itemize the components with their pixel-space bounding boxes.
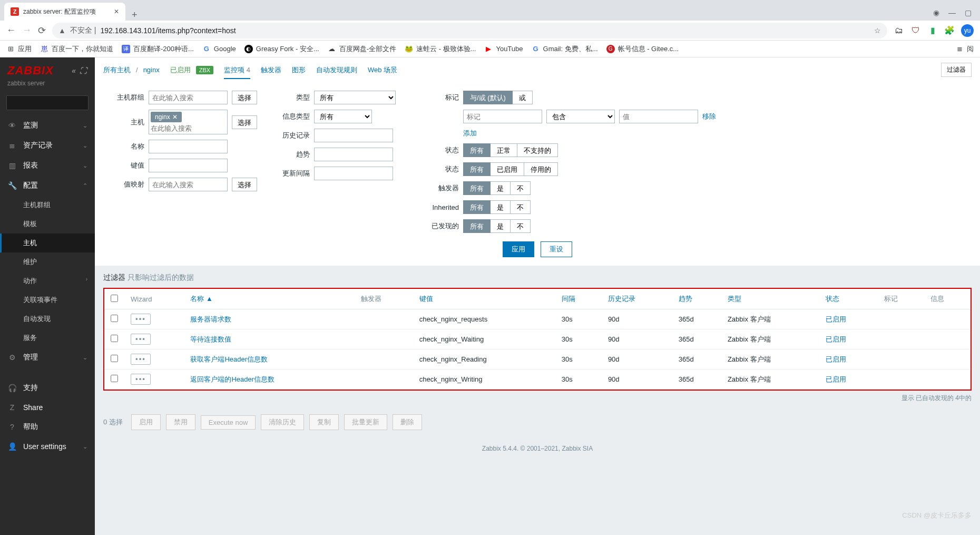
sidebar-subitem-services[interactable]: 服务 bbox=[0, 328, 95, 347]
back-button[interactable]: ← bbox=[6, 25, 16, 36]
state-normal-button[interactable]: 正常 bbox=[491, 143, 517, 157]
col-trends[interactable]: 趋势 bbox=[679, 295, 692, 303]
tag-add-link[interactable]: 添加 bbox=[463, 129, 477, 138]
item-name-link[interactable]: 等待连接数值 bbox=[190, 335, 231, 343]
browser-tab[interactable]: Z zabbix server: 配置监控项 ✕ bbox=[4, 3, 125, 21]
tag-name-input[interactable] bbox=[463, 110, 542, 123]
sidebar-item-help[interactable]: ?帮助 bbox=[0, 417, 95, 437]
item-name-link[interactable]: 获取客户端Header信息数 bbox=[190, 355, 268, 363]
remove-chip-icon[interactable]: ✕ bbox=[172, 113, 178, 121]
apps-button[interactable]: ⊞应用 bbox=[6, 44, 32, 54]
sidebar-item-share[interactable]: ZShare bbox=[0, 398, 95, 417]
tab-web[interactable]: Web 场景 bbox=[368, 65, 397, 75]
close-icon[interactable]: ✕ bbox=[114, 8, 119, 15]
discovered-all-button[interactable]: 所有 bbox=[463, 219, 491, 233]
hostgroup-input[interactable] bbox=[149, 91, 228, 104]
sidebar-subitem-maintenance[interactable]: 维护 bbox=[0, 252, 95, 271]
discovered-yes-button[interactable]: 是 bbox=[491, 219, 511, 233]
tab-graphs[interactable]: 图形 bbox=[292, 65, 306, 75]
sidebar-item-reports[interactable]: ▥报表⌄ bbox=[0, 155, 95, 176]
hostgroup-select-button[interactable]: 选择 bbox=[232, 91, 257, 104]
bookmark-fanyi[interactable]: 译百度翻译-200种语... bbox=[122, 44, 194, 54]
extension-icon-2[interactable]: 🛡 bbox=[910, 25, 921, 36]
col-status[interactable]: 状态 bbox=[826, 295, 839, 303]
key-input[interactable] bbox=[149, 159, 228, 172]
extensions-icon[interactable]: 🧩 bbox=[944, 25, 955, 36]
bookmark-greasy[interactable]: ◐Greasy Fork - 安全... bbox=[244, 44, 319, 54]
row-checkbox[interactable] bbox=[111, 355, 118, 362]
maximize-icon[interactable]: ▢ bbox=[964, 9, 972, 16]
status-link[interactable]: 已启用 bbox=[826, 315, 846, 323]
breadcrumb-all-hosts[interactable]: 所有主机 bbox=[103, 65, 131, 75]
row-checkbox[interactable] bbox=[111, 375, 118, 382]
sidebar-item-user-settings[interactable]: 👤User settings⌄ bbox=[0, 437, 95, 456]
bookmark-wangpan[interactable]: ☁百度网盘-全部文件 bbox=[328, 44, 396, 54]
bookmark-google[interactable]: GGoogle bbox=[202, 45, 236, 53]
bulk-execute-button[interactable]: Execute now bbox=[201, 415, 256, 430]
type-select[interactable]: 所有 bbox=[314, 91, 396, 104]
history-input[interactable] bbox=[314, 129, 393, 142]
status-all-button[interactable]: 所有 bbox=[463, 162, 491, 176]
tab-triggers[interactable]: 触发器 bbox=[261, 65, 281, 75]
extension-icon-1[interactable]: 🗂 bbox=[894, 25, 904, 36]
forward-button[interactable]: → bbox=[22, 25, 32, 36]
host-chip[interactable]: nginx ✕ bbox=[151, 112, 182, 122]
sidebar-item-support[interactable]: 🎧支持 bbox=[0, 378, 95, 398]
triggers-yes-button[interactable]: 是 bbox=[491, 181, 511, 195]
search-input[interactable] bbox=[11, 99, 100, 107]
infotype-select[interactable]: 所有 bbox=[314, 110, 372, 123]
wizard-button[interactable]: ••• bbox=[131, 374, 151, 385]
tag-andor-button[interactable]: 与/或 (默认) bbox=[463, 91, 513, 104]
col-type[interactable]: 类型 bbox=[728, 295, 741, 303]
sidebar-item-administration[interactable]: ⚙管理⌄ bbox=[0, 347, 95, 367]
trends-input[interactable] bbox=[314, 148, 393, 161]
tag-value-input[interactable] bbox=[619, 110, 698, 123]
minimize-icon[interactable]: — bbox=[948, 9, 956, 16]
apply-button[interactable]: 应用 bbox=[503, 241, 534, 257]
bulk-copy-button[interactable]: 复制 bbox=[309, 414, 339, 430]
row-checkbox[interactable] bbox=[111, 335, 118, 342]
col-name[interactable]: 名称 ▲ bbox=[190, 295, 213, 303]
expand-icon[interactable]: ⛶ bbox=[80, 66, 87, 75]
inherited-no-button[interactable]: 不 bbox=[511, 200, 531, 214]
col-history[interactable]: 历史记录 bbox=[608, 295, 635, 303]
star-icon[interactable]: ☆ bbox=[874, 26, 881, 35]
bookmark-youtube[interactable]: ▶YouTube bbox=[484, 45, 523, 53]
sidebar-item-inventory[interactable]: ≣资产记录⌄ bbox=[0, 135, 95, 155]
wizard-button[interactable]: ••• bbox=[131, 354, 151, 365]
tag-op-select[interactable]: 包含 bbox=[546, 110, 615, 123]
triggers-no-button[interactable]: 不 bbox=[511, 181, 531, 195]
bulk-clear-history-button[interactable]: 清除历史 bbox=[261, 414, 304, 430]
tab-items[interactable]: 监控项 4 bbox=[224, 66, 250, 79]
status-disabled-button[interactable]: 停用的 bbox=[524, 162, 558, 176]
sidebar-subitem-hostgroups[interactable]: 主机群组 bbox=[0, 196, 95, 215]
triggers-all-button[interactable]: 所有 bbox=[463, 181, 491, 195]
row-checkbox[interactable] bbox=[111, 315, 118, 322]
filter-toggle-button[interactable]: 过滤器 bbox=[941, 63, 972, 77]
discovered-no-button[interactable]: 不 bbox=[511, 219, 531, 233]
status-enabled-button[interactable]: 已启用 bbox=[491, 162, 524, 176]
sidebar-item-monitoring[interactable]: 👁监测⌄ bbox=[0, 115, 95, 135]
bulk-enable-button[interactable]: 启用 bbox=[131, 414, 161, 430]
host-input[interactable] bbox=[151, 124, 226, 132]
status-link[interactable]: 已启用 bbox=[826, 355, 846, 363]
valuemap-select-button[interactable]: 选择 bbox=[232, 178, 257, 191]
bulk-delete-button[interactable]: 删除 bbox=[393, 414, 422, 430]
bookmark-suwa[interactable]: 🐸速蛙云 - 极致体验... bbox=[405, 44, 476, 54]
bookmark-gmail[interactable]: GGmail: 免费、私... bbox=[532, 44, 598, 54]
bulk-disable-button[interactable]: 禁用 bbox=[166, 414, 195, 430]
sidebar-subitem-templates[interactable]: 模板 bbox=[0, 215, 95, 234]
col-key[interactable]: 键值 bbox=[419, 295, 433, 303]
name-input[interactable] bbox=[149, 140, 228, 153]
collapse-icon[interactable]: « bbox=[72, 66, 76, 75]
state-notsupported-button[interactable]: 不支持的 bbox=[517, 143, 558, 157]
new-tab-button[interactable]: + bbox=[125, 9, 144, 21]
sidebar-subitem-discovery[interactable]: 自动发现 bbox=[0, 309, 95, 328]
tab-discovery[interactable]: 自动发现规则 bbox=[316, 65, 357, 75]
zabbix-logo[interactable]: ZABBIX « ⛶ bbox=[7, 64, 87, 77]
interval-input[interactable] bbox=[314, 167, 393, 180]
bookmark-baidu[interactable]: 崽百度一下，你就知道 bbox=[40, 44, 113, 54]
tag-or-button[interactable]: 或 bbox=[513, 91, 533, 104]
breadcrumb-host[interactable]: nginx bbox=[143, 66, 160, 74]
profile-avatar[interactable]: yu bbox=[961, 24, 974, 37]
